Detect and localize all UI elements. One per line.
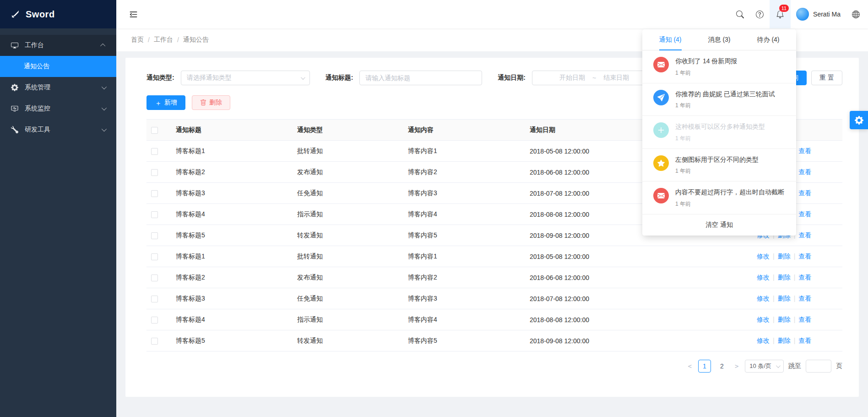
cell-actions: 修改|删除|查看 bbox=[752, 246, 842, 267]
view-link[interactable]: 查看 bbox=[798, 168, 811, 176]
cell-notice-title: 博客标题1 bbox=[171, 246, 293, 267]
chevron-down-icon bbox=[301, 75, 305, 80]
sidebar-item-notice[interactable]: 通知公告 bbox=[0, 56, 116, 77]
add-button[interactable]: ＋ 新增 bbox=[146, 95, 185, 110]
breadcrumb-separator: / bbox=[177, 36, 179, 44]
action-separator: | bbox=[773, 252, 775, 260]
row-checkbox[interactable] bbox=[151, 169, 158, 176]
cell-notice-content: 博客内容4 bbox=[403, 309, 525, 330]
view-link[interactable]: 查看 bbox=[798, 295, 811, 302]
breadcrumb-workbench[interactable]: 工作台 bbox=[154, 36, 173, 44]
notice-title-input[interactable] bbox=[359, 71, 482, 85]
sidebar: Sword 工作台 通知公告 系统管理 bbox=[0, 0, 116, 417]
tab-notifications[interactable]: 通知 (4) bbox=[659, 29, 682, 50]
notification-body: 你收到了 14 份新周报 1 年前 bbox=[675, 57, 737, 77]
notification-item[interactable]: 这种模板可以区分多种通知类型 1 年前 bbox=[642, 116, 796, 149]
edit-link[interactable]: 修改 bbox=[757, 274, 770, 281]
notification-body: 内容不要超过两行字，超出时自动截断 1 年前 bbox=[675, 188, 784, 208]
next-page-button[interactable]: > bbox=[733, 362, 740, 370]
delete-link[interactable]: 删除 bbox=[778, 252, 791, 260]
help-icon[interactable] bbox=[750, 0, 770, 28]
mail-icon bbox=[653, 188, 669, 203]
view-link[interactable]: 查看 bbox=[798, 189, 811, 197]
topbar-right: 11 Serati Ma bbox=[730, 0, 868, 28]
row-checkbox[interactable] bbox=[151, 232, 158, 239]
date-start-placeholder: 开始日期 bbox=[559, 74, 585, 82]
cell-notice-type: 任免通知 bbox=[293, 288, 403, 309]
notification-bell[interactable]: 11 bbox=[770, 0, 791, 28]
delete-button[interactable]: 删除 bbox=[192, 95, 230, 110]
delete-link[interactable]: 删除 bbox=[778, 295, 791, 302]
cell-notice-title: 博客标题1 bbox=[171, 141, 293, 162]
notice-type-select[interactable]: 请选择通知类型 bbox=[181, 71, 310, 85]
row-checkbox[interactable] bbox=[151, 190, 158, 197]
view-link[interactable]: 查看 bbox=[798, 231, 811, 239]
row-checkbox[interactable] bbox=[151, 317, 158, 324]
reset-button[interactable]: 重 置 bbox=[811, 71, 842, 85]
page-size-select[interactable]: 10 条/页 bbox=[745, 360, 784, 373]
cell-notice-type: 指示通知 bbox=[293, 309, 403, 330]
select-all-checkbox[interactable] bbox=[151, 127, 158, 134]
view-link[interactable]: 查看 bbox=[798, 316, 811, 323]
delete-link[interactable]: 删除 bbox=[778, 274, 791, 281]
breadcrumb-home[interactable]: 首页 bbox=[131, 36, 144, 44]
sidebar-item-dev-tools[interactable]: 研发工具 bbox=[0, 119, 116, 140]
notification-item[interactable]: 左侧图标用于区分不同的类型 1 年前 bbox=[642, 149, 796, 182]
row-checkbox[interactable] bbox=[151, 296, 158, 302]
sidebar-item-system-monitor[interactable]: 系统监控 bbox=[0, 98, 116, 119]
row-checkbox[interactable] bbox=[151, 148, 158, 155]
edit-link[interactable]: 修改 bbox=[757, 295, 770, 302]
clear-notifications-button[interactable]: 清空 通知 bbox=[642, 214, 796, 236]
gear-icon bbox=[855, 116, 863, 125]
sidebar-item-label: 系统管理 bbox=[25, 83, 50, 92]
view-link[interactable]: 查看 bbox=[798, 210, 811, 218]
delete-link[interactable]: 删除 bbox=[778, 316, 791, 323]
view-link[interactable]: 查看 bbox=[798, 147, 811, 154]
action-separator: | bbox=[773, 274, 775, 281]
filter-notice-type: 通知类型: 请选择通知类型 bbox=[146, 71, 310, 85]
cell-notice-content: 博客内容5 bbox=[403, 225, 525, 246]
settings-fab-button[interactable] bbox=[850, 111, 868, 129]
menu-fold-icon[interactable] bbox=[129, 10, 138, 19]
row-checkbox[interactable] bbox=[151, 211, 158, 218]
notification-item[interactable]: 内容不要超过两行字，超出时自动截断 1 年前 bbox=[642, 181, 796, 214]
jump-page-input[interactable] bbox=[806, 360, 831, 373]
cell-notice-content: 博客内容4 bbox=[403, 204, 525, 225]
cell-notice-title: 博客标题4 bbox=[171, 309, 293, 330]
page-number-1[interactable]: 1 bbox=[698, 360, 711, 373]
sidebar-item-label: 研发工具 bbox=[25, 126, 50, 134]
sidebar-item-workbench[interactable]: 工作台 bbox=[0, 35, 116, 56]
table-row: 博客标题4 指示通知 博客内容4 2018-08-08 12:00:00 修改|… bbox=[146, 309, 842, 330]
row-checkbox[interactable] bbox=[151, 274, 158, 281]
notification-title: 左侧图标用于区分不同的类型 bbox=[675, 155, 759, 165]
action-separator: | bbox=[794, 274, 796, 281]
tab-todos[interactable]: 待办 (4) bbox=[757, 29, 780, 50]
prev-page-button[interactable]: < bbox=[686, 362, 693, 370]
notification-panel: 通知 (4) 消息 (3) 待办 (4) 你收到了 14 份新周报 1 年前 你… bbox=[642, 29, 796, 236]
row-checkbox[interactable] bbox=[151, 338, 158, 345]
delete-link[interactable]: 删除 bbox=[778, 337, 791, 344]
globe-icon[interactable] bbox=[846, 0, 868, 28]
user-menu[interactable]: Serati Ma bbox=[791, 8, 846, 21]
view-link[interactable]: 查看 bbox=[798, 337, 811, 344]
edit-link[interactable]: 修改 bbox=[757, 337, 770, 344]
sidebar-item-system-admin[interactable]: 系统管理 bbox=[0, 77, 116, 98]
logo: Sword bbox=[0, 0, 116, 28]
notification-time: 1 年前 bbox=[675, 135, 765, 143]
edit-link[interactable]: 修改 bbox=[757, 252, 770, 260]
date-range-picker[interactable]: 开始日期 ~ 结束日期 bbox=[532, 71, 656, 85]
chevron-up-icon bbox=[100, 44, 105, 49]
notification-item[interactable]: 你推荐的 曲妮妮 已通过第三轮面试 1 年前 bbox=[642, 83, 796, 116]
view-link[interactable]: 查看 bbox=[798, 252, 811, 260]
view-link[interactable]: 查看 bbox=[798, 274, 811, 281]
row-checkbox[interactable] bbox=[151, 253, 158, 260]
sidebar-menu: 工作台 通知公告 系统管理 系统监控 bbox=[0, 28, 116, 140]
table-row: 博客标题1 批转通知 博客内容1 2018-05-08 12:00:00 修改|… bbox=[146, 246, 842, 267]
table-row: 博客标题2 发布通知 博客内容2 2018-06-08 12:00:00 修改|… bbox=[146, 267, 842, 288]
notification-item[interactable]: 你收到了 14 份新周报 1 年前 bbox=[642, 50, 796, 83]
edit-link[interactable]: 修改 bbox=[757, 316, 770, 323]
filter-notice-title: 通知标题: bbox=[326, 71, 483, 85]
page-number-2[interactable]: 2 bbox=[716, 360, 728, 373]
tab-messages[interactable]: 消息 (3) bbox=[708, 29, 731, 50]
search-icon[interactable] bbox=[730, 0, 750, 28]
